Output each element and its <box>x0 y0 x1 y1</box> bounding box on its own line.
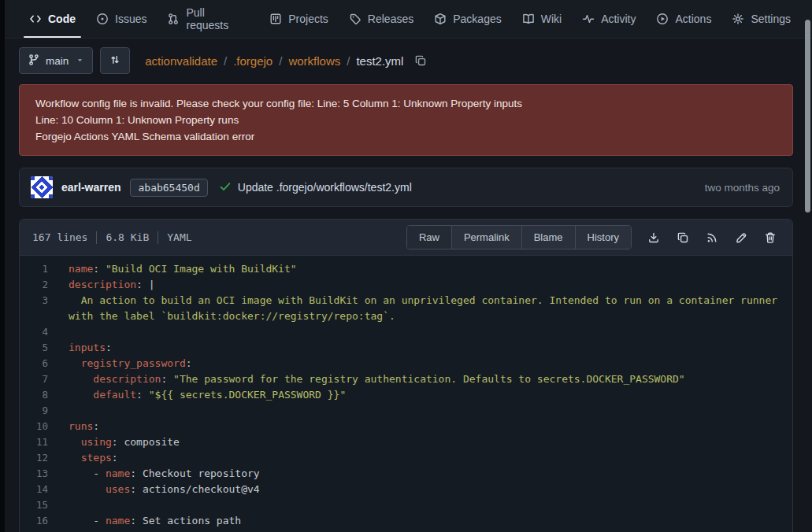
line-number[interactable]: 11 <box>20 434 56 450</box>
pull-request-icon <box>167 13 180 25</box>
tab-pull-requests[interactable]: Pull requests <box>157 0 259 38</box>
code-line: 15 <box>20 497 792 513</box>
commit-author[interactable]: earl-warren <box>61 181 121 194</box>
tab-projects[interactable]: Projects <box>259 0 339 38</box>
tab-label: Wiki <box>541 13 562 25</box>
code-text <box>56 497 792 513</box>
commit-hash[interactable]: abab65450d <box>130 179 207 197</box>
code-line: 13 - name: Checkout repository <box>20 466 792 482</box>
tab-label: Settings <box>751 13 791 25</box>
compare-button[interactable] <box>100 47 130 74</box>
line-number[interactable]: 10 <box>20 419 56 434</box>
tab-activity[interactable]: Activity <box>572 0 646 38</box>
tab-label: Actions <box>675 13 711 25</box>
window-edge <box>0 0 5 532</box>
line-number[interactable]: 1 <box>20 261 56 277</box>
line-number[interactable]: 16 <box>20 513 56 529</box>
scrollbar-thumb[interactable] <box>805 20 810 212</box>
line-number[interactable]: 12 <box>20 450 56 466</box>
line-number[interactable]: 2 <box>20 277 56 293</box>
permalink-button[interactable]: Permalink <box>451 226 521 249</box>
line-number[interactable]: 5 <box>20 340 56 356</box>
code-line: 2description: | <box>20 277 792 293</box>
breadcrumb-item[interactable]: .forgejo <box>233 54 273 68</box>
code-text: default: "${{ secrets.DOCKER_PASSWORD }}… <box>56 387 792 403</box>
line-number[interactable]: 9 <box>20 403 56 419</box>
breadcrumb-item[interactable]: actionvalidate <box>145 54 217 68</box>
code-text: uses: actions/checkout@v4 <box>56 482 792 497</box>
error-line: Line: 10 Column 1: Unknown Property runs <box>35 112 777 128</box>
package-icon <box>434 13 447 25</box>
commit-time: two months ago <box>705 182 780 194</box>
trash-button[interactable] <box>764 231 777 244</box>
tab-code[interactable]: Code <box>19 0 86 38</box>
code-text: runs: <box>56 419 792 434</box>
tab-wiki[interactable]: Wiki <box>512 0 572 38</box>
code-text: steps: <box>56 450 792 466</box>
tab-packages[interactable]: Packages <box>424 0 511 38</box>
branch-selector[interactable]: main <box>19 47 93 74</box>
file-actions <box>647 231 777 244</box>
tab-label: Packages <box>453 13 501 25</box>
git-branch-icon <box>28 54 40 68</box>
commit-message[interactable]: Update .forgejo/workflows/test2.yml <box>238 181 412 194</box>
code-text <box>56 403 792 419</box>
copy-path-button[interactable] <box>414 54 427 67</box>
error-line: Forgejo Actions YAML Schema validation e… <box>35 128 777 145</box>
project-icon <box>269 13 282 25</box>
line-number[interactable]: 17 <box>20 529 56 532</box>
code-line: 16 - name: Set actions path <box>20 513 792 529</box>
line-number[interactable]: 6 <box>20 356 56 371</box>
breadcrumb-separator: / <box>279 54 282 68</box>
copy-button[interactable] <box>677 231 689 244</box>
code-text: registry_password: <box>56 356 792 371</box>
code-line: 5inputs: <box>20 340 792 356</box>
tab-label: Issues <box>115 13 146 25</box>
code-line: 9 <box>20 403 792 419</box>
history-button[interactable]: History <box>575 226 631 249</box>
view-mode-buttons: RawPermalinkBlameHistory <box>406 225 632 249</box>
code-text: shell: bash <box>56 529 792 532</box>
code-line: 7 description: "The password for the reg… <box>20 371 792 387</box>
gear-icon <box>732 13 744 25</box>
code-text: - name: Checkout repository <box>56 466 792 482</box>
tab-settings[interactable]: Settings <box>721 0 801 38</box>
compare-icon <box>109 54 121 68</box>
breadcrumb-item: test2.yml <box>356 54 403 68</box>
line-number[interactable]: 3 <box>20 293 56 324</box>
rss-button[interactable] <box>706 231 718 244</box>
file-meta: 167 lines 6.8 KiB YAML <box>32 231 192 244</box>
code-text: using: composite <box>56 434 792 450</box>
code-line: 14 uses: actions/checkout@v4 <box>20 482 792 497</box>
raw-button[interactable]: Raw <box>407 226 451 249</box>
blame-button[interactable]: Blame <box>521 226 575 249</box>
code-text: description: | <box>56 277 792 293</box>
meta-divider <box>158 231 158 244</box>
line-number[interactable]: 8 <box>20 387 56 403</box>
download-button[interactable] <box>647 231 660 244</box>
tab-label: Projects <box>288 13 328 25</box>
pencil-button[interactable] <box>735 231 747 244</box>
avatar[interactable] <box>31 176 53 198</box>
line-number[interactable]: 13 <box>20 466 56 482</box>
tab-releases[interactable]: Releases <box>339 0 424 38</box>
pulse-icon <box>582 13 595 25</box>
line-number[interactable]: 4 <box>20 324 56 340</box>
breadcrumb-item[interactable]: workflows <box>288 54 340 68</box>
breadcrumb-separator: / <box>224 54 227 68</box>
code-text: inputs: <box>56 340 792 356</box>
code-line: 3 An action to build an OCI image with B… <box>20 293 792 324</box>
line-number[interactable]: 15 <box>20 497 56 513</box>
line-number[interactable]: 7 <box>20 371 56 387</box>
check-icon <box>219 180 232 195</box>
meta-divider <box>96 231 97 244</box>
line-number[interactable]: 14 <box>20 482 56 497</box>
tab-issues[interactable]: Issues <box>86 0 157 38</box>
tab-label: Activity <box>601 13 636 25</box>
code-line: 4 <box>20 324 792 340</box>
file-header: 167 lines 6.8 KiB YAML RawPermalinkBlame… <box>20 220 792 256</box>
tab-actions[interactable]: Actions <box>646 0 721 38</box>
file-language: YAML <box>167 231 191 243</box>
code-text: An action to build an OCI image with Bui… <box>56 293 792 324</box>
code-text: name: "Build OCI Image with BuildKit" <box>56 261 792 277</box>
